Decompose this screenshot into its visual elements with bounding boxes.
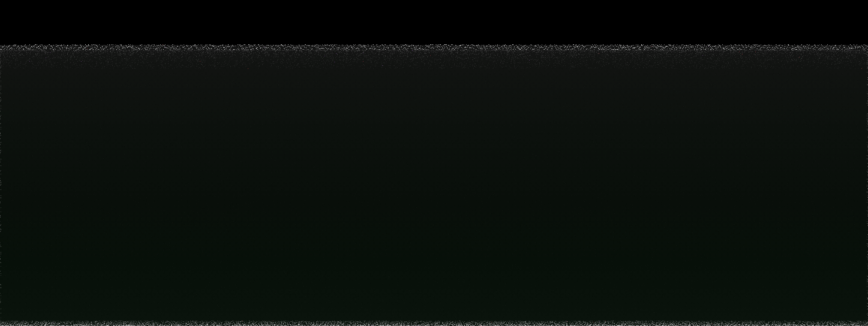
dark-panorama-image xyxy=(0,0,868,326)
noise-canvas xyxy=(0,0,868,326)
